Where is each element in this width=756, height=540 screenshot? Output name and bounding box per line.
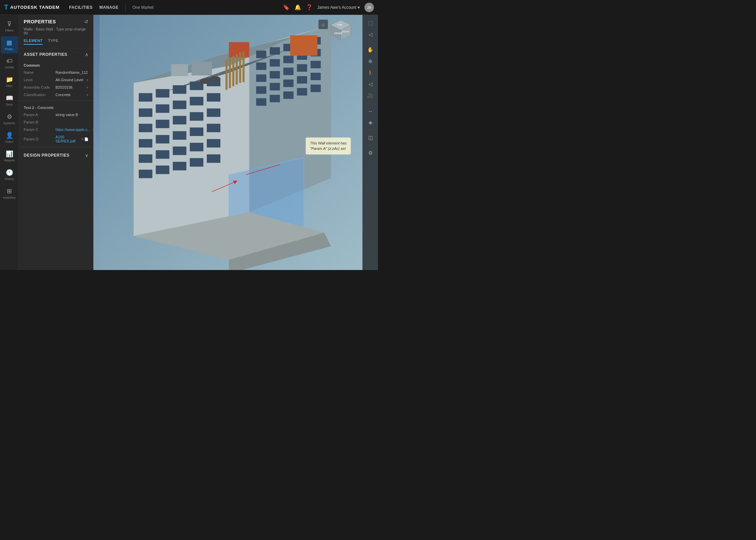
prop-value-param-c[interactable]: https://www.apple.c... ✕ 📄 xyxy=(55,128,93,132)
tab-element[interactable]: ELEMENT xyxy=(24,39,43,45)
zoom-tool-btn[interactable]: ⊕ xyxy=(364,56,377,67)
docs-icon: 📖 xyxy=(6,94,13,102)
prop-row-classification: Classification Concrete ▾ xyxy=(19,91,93,98)
nav-manage[interactable]: MANAGE xyxy=(99,5,118,10)
svg-rect-64 xyxy=(192,62,212,75)
svg-rect-12 xyxy=(156,104,169,113)
walk-tool-btn[interactable]: 🚶 xyxy=(364,67,377,78)
prop-row-param-d: Param D A100 SERIES.pdf ✕ 📄 xyxy=(19,133,93,145)
prop-value-param-d[interactable]: A100 SERIES.pdf ✕ 📄 xyxy=(55,135,88,143)
svg-rect-18 xyxy=(173,116,186,125)
svg-rect-53 xyxy=(283,80,293,87)
nav-cube[interactable]: FRONT RIGHT TOP xyxy=(327,18,354,45)
svg-rect-8 xyxy=(173,85,186,94)
param-d-file-btn[interactable]: 📄 xyxy=(84,137,88,141)
prop-value-level[interactable]: All-Ground Level ▾ xyxy=(55,78,88,82)
sidebar-label-assets: Assets xyxy=(5,66,14,69)
3d-viewport[interactable]: This Wall element has"Param A" (z:zAc) s… xyxy=(93,15,378,270)
props-body: ASSET PROPERTIES ∧ Common Name RandomNam… xyxy=(19,48,93,270)
param-d-clear-btn[interactable]: ✕ xyxy=(81,137,84,141)
svg-rect-51 xyxy=(256,86,266,94)
svg-rect-20 xyxy=(207,108,220,117)
nav-facilities[interactable]: FACILITIES xyxy=(69,5,93,10)
sidebar-item-reports[interactable]: 📊 Reports xyxy=(1,148,18,165)
explode-tool-btn[interactable]: ◈ xyxy=(364,117,377,128)
help-icon[interactable]: ❓ xyxy=(306,4,313,10)
account-menu[interactable]: James Awe's Account ▾ xyxy=(317,5,360,10)
tab-type[interactable]: TYPE xyxy=(48,39,59,45)
svg-rect-28 xyxy=(173,147,186,155)
svg-rect-13 xyxy=(173,100,186,109)
sidebar-item-filters[interactable]: ⊽ Filters xyxy=(1,18,18,35)
divider-1 xyxy=(19,100,93,101)
sidebar-item-props[interactable]: ▦ Props. xyxy=(1,36,18,53)
svg-rect-46 xyxy=(256,74,266,82)
annotation-text: This Wall element has"Param A" (z:zAc) s… xyxy=(310,141,347,151)
select-tool-btn[interactable]: ⬚ xyxy=(364,18,377,28)
filters-icon: ⊽ xyxy=(7,20,12,28)
bookmark-icon[interactable]: 🔖 xyxy=(283,4,290,10)
sidebar-label-reports: Reports xyxy=(4,159,15,162)
svg-rect-48 xyxy=(283,68,293,75)
topnav-right: 🔖 🔔 ❓ James Awe's Account ▾ JA xyxy=(283,3,374,12)
sidebar-item-files[interactable]: 📁 Files xyxy=(1,73,18,90)
divider-2 xyxy=(19,147,93,147)
sidebar-item-history[interactable]: 🕐 History xyxy=(1,166,18,183)
inventory-icon: ⊞ xyxy=(7,187,12,195)
svg-rect-74 xyxy=(232,56,234,86)
svg-rect-24 xyxy=(190,128,203,136)
svg-rect-31 xyxy=(139,170,152,178)
prop-value-name[interactable]: RandomName_112 xyxy=(55,70,88,74)
sidebar-label-systems: Systems xyxy=(3,121,15,125)
sidebar-item-assets[interactable]: 🏷 Assets xyxy=(1,55,18,72)
svg-point-66 xyxy=(210,76,220,82)
props-panel-title: PROPERTIES xyxy=(24,19,56,24)
sidebar-item-systems[interactable]: ⚙ Systems xyxy=(1,110,18,128)
classification-dropdown-arrow: ▾ xyxy=(87,93,88,97)
asset-section-title: ASSET PROPERTIES xyxy=(24,52,67,57)
svg-rect-59 xyxy=(297,88,307,95)
settings-tool-btn[interactable]: ⚙ xyxy=(364,148,377,158)
sidebar-label-filters: Filters xyxy=(5,29,14,32)
back-btn[interactable]: ◁ xyxy=(364,29,377,40)
history-toggle-icon[interactable]: ↺ xyxy=(84,19,88,24)
prop-row-assembly: Assembly Code B2010156 ▾ xyxy=(19,84,93,91)
sidebar-item-users[interactable]: 👤 Users xyxy=(1,129,18,146)
svg-rect-19 xyxy=(190,112,203,121)
prop-label-assembly: Assembly Code xyxy=(24,85,54,89)
nav-separator xyxy=(125,3,126,12)
layers-tool-btn[interactable]: ◫ xyxy=(364,132,377,143)
prop-row-param-b: Param B xyxy=(19,118,93,126)
sidebar-item-inventory[interactable]: ⊞ Inventory xyxy=(1,185,18,202)
topnav: T AUTODESK TANDEM FACILITIES MANAGE One … xyxy=(0,0,378,15)
prop-label-classification: Classification xyxy=(24,93,54,97)
facility-name: One Market xyxy=(132,5,154,10)
svg-rect-55 xyxy=(311,73,321,80)
props-panel-header: PROPERTIES ↺ xyxy=(19,15,93,27)
svg-rect-72 xyxy=(225,59,227,90)
test2-group-label: Test 2 - Concrete xyxy=(24,106,53,110)
sidebar-label-props: Props. xyxy=(5,47,14,51)
param-c-clear-btn[interactable]: ✕ xyxy=(92,128,93,132)
svg-text:FRONT: FRONT xyxy=(334,32,343,35)
svg-rect-63 xyxy=(171,64,188,76)
bell-icon[interactable]: 🔔 xyxy=(294,4,301,10)
rt-separator-1 xyxy=(366,42,375,42)
user-avatar[interactable]: JA xyxy=(364,3,374,12)
prop-value-classification[interactable]: Concrete ▾ xyxy=(55,93,88,97)
sidebar-item-docs[interactable]: 📖 Docs xyxy=(1,92,18,109)
svg-rect-11 xyxy=(139,108,152,117)
measure-tool-btn[interactable]: ↔ xyxy=(364,106,377,116)
sidebar-label-files: Files xyxy=(6,84,13,88)
pan-tool-btn[interactable]: ✋ xyxy=(364,44,377,55)
prop-value-assembly[interactable]: B2010156 ▾ xyxy=(55,85,88,89)
section-tool-btn[interactable]: ◁ xyxy=(364,79,377,90)
rt-separator-2 xyxy=(366,103,375,104)
prop-label-param-a: Param A xyxy=(24,113,54,117)
prop-value-param-a[interactable]: string value B xyxy=(55,113,88,117)
camera-tool-btn[interactable]: 🎥 xyxy=(364,90,377,101)
design-section-toggle[interactable]: ∨ xyxy=(85,153,88,158)
asset-section-toggle[interactable]: ∧ xyxy=(85,52,88,57)
files-icon: 📁 xyxy=(6,76,13,83)
home-button[interactable]: ⌂ xyxy=(318,20,328,29)
